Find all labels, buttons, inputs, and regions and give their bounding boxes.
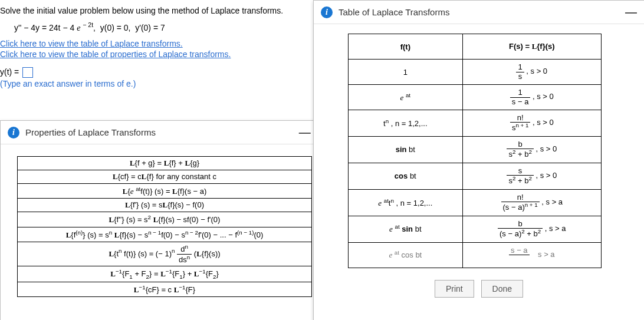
problem-panel: Solve the initial value problem below us… — [0, 0, 307, 88]
col-ft: f(t) — [349, 34, 463, 60]
properties-table: L{f + g} = L{f} + L{g} L{cf} = cL{f} for… — [17, 156, 312, 297]
laplace-modal-header[interactable]: i Table of Laplace Transforms — — [314, 1, 644, 24]
table-row: sin bt — [349, 136, 463, 163]
table-row: L{f + g} = L{f} + L{g} — [18, 157, 312, 170]
info-icon: i — [321, 6, 333, 18]
table-row: L{f(n)} (s) = sn L{f}(s) − sn − 1f(0) − … — [18, 227, 312, 242]
answer-label: y(t) = — [0, 67, 19, 77]
modal-buttons: Print Done — [314, 280, 644, 298]
minimize-icon[interactable]: — — [299, 126, 311, 139]
link-properties-table[interactable]: Click here to view the table of properti… — [0, 50, 307, 59]
table-row: 1s , s > 0 — [462, 60, 601, 85]
table-row: e at sin bt — [349, 216, 463, 242]
minimize-icon[interactable]: — — [625, 5, 637, 19]
answer-hint: (Type an exact answer in terms of e.) — [0, 79, 307, 88]
table-row: L{f''} (s) = s2 L{f}(s) − sf(0) − f'(0) — [18, 212, 312, 227]
table-row: L−1{cF} = c L−1{F} — [18, 282, 312, 297]
answer-input[interactable] — [22, 67, 33, 78]
problem-equation: y'' − 4y = 24t − 4 e − 2t, y(0) = 0, y'(… — [14, 21, 307, 33]
table-row: e at — [349, 85, 463, 110]
properties-modal: i Properties of Laplace Transforms — X L… — [0, 120, 334, 320]
col-fs: F(s) = L{f}(s) — [462, 34, 601, 60]
table-row: tn , n = 1,2,... — [349, 110, 463, 137]
table-row: L{e atf(t)} (s) = L{f}(s − a) — [18, 184, 312, 199]
properties-modal-header[interactable]: i Properties of Laplace Transforms — X — [1, 121, 334, 144]
laplace-table: f(t) F(s) = L{f}(s) 1 1s , s > 0 e at 1s… — [348, 34, 602, 268]
table-row: n!(s − a)n + 1 , s > a — [462, 189, 601, 216]
table-row: b(s − a)2 + b2 , s > a — [462, 216, 601, 242]
answer-row: y(t) = — [0, 67, 307, 78]
table-row: L{cf} = cL{f} for any constant c — [18, 170, 312, 184]
table-row: n!sn + 1 , s > 0 — [462, 110, 601, 137]
table-row: 1 — [349, 60, 463, 85]
properties-modal-body: L{f + g} = L{f} + L{g} L{cf} = cL{f} for… — [1, 144, 334, 303]
laplace-table-modal: i Table of Laplace Transforms — f(t) F(s… — [313, 0, 644, 320]
problem-prompt: Solve the initial value problem below us… — [0, 6, 307, 15]
table-row: s − a s > a — [462, 242, 601, 268]
table-row: ss2 + b2 , s > 0 — [462, 163, 601, 189]
laplace-modal-body: f(t) F(s) = L{f}(s) 1 1s , s > 0 e at 1s… — [314, 24, 644, 270]
table-row: bs2 + b2 , s > 0 — [462, 136, 601, 163]
print-button[interactable]: Print — [435, 280, 474, 298]
table-row: L{tn f(t)} (s) = (− 1)n dndsn (L{f}(s)) — [18, 242, 312, 266]
table-row: L{f'} (s) = sL{f}(s) − f(0) — [18, 199, 312, 212]
table-row: cos bt — [349, 163, 463, 189]
done-button[interactable]: Done — [481, 280, 523, 298]
link-laplace-table[interactable]: Click here to view the table of Laplace … — [0, 39, 307, 48]
laplace-modal-title: Table of Laplace Transforms — [339, 7, 625, 17]
table-row: L−1{F1 + F2} = L−1{F1} + L−1{F2} — [18, 266, 312, 282]
table-row: 1s − a , s > 0 — [462, 85, 601, 110]
table-row: e at cos bt — [349, 242, 463, 268]
info-icon: i — [8, 127, 19, 138]
properties-modal-title: Properties of Laplace Transforms — [25, 127, 299, 137]
table-row: e attn , n = 1,2,... — [349, 189, 463, 216]
